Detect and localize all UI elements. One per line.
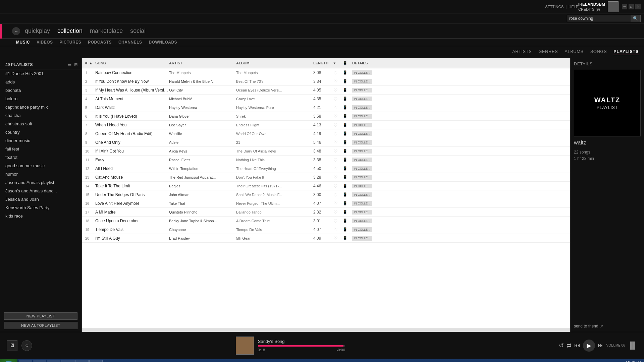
repeat-button[interactable]: ↺ xyxy=(559,342,564,349)
row-favorite[interactable]: ♡ xyxy=(333,236,343,241)
prev-button[interactable]: ⏮ xyxy=(574,342,580,349)
row-favorite[interactable]: ♡ xyxy=(333,183,343,189)
row-mobile[interactable]: 📱 xyxy=(343,114,352,118)
table-row[interactable]: 9 One And Only Adele 21 5:46 ♡ 📱 IN COLL… xyxy=(82,138,570,147)
sidebar-item[interactable]: humor xyxy=(0,170,82,178)
row-action[interactable]: IN COLLE... xyxy=(352,79,382,84)
sidebar-item[interactable]: dinner music xyxy=(0,136,82,145)
table-row[interactable]: 13 Cat And Mouse The Red Jumpsuit Appara… xyxy=(82,173,570,182)
new-autoplaylist-button[interactable]: NEW AUTOPLAYLIST xyxy=(4,322,77,329)
row-mobile[interactable]: 📱 xyxy=(343,131,352,136)
row-favorite[interactable]: ♡ xyxy=(333,175,343,180)
table-row[interactable]: 20 I'm Still A Guy Brad Paisley 5th Gear… xyxy=(82,234,570,243)
row-favorite[interactable]: ♡ xyxy=(333,218,343,224)
row-mobile[interactable]: 📱 xyxy=(343,88,352,92)
sidebar-item[interactable]: bolero xyxy=(0,95,82,103)
table-row[interactable]: 18 Once Upon a December Becky Jane Taylo… xyxy=(82,217,570,225)
row-mobile[interactable]: 📱 xyxy=(343,105,352,110)
nav-quickplay[interactable]: quickplay xyxy=(25,27,50,35)
row-mobile[interactable]: 📱 xyxy=(343,158,352,162)
col-header-artist[interactable]: ARTIST xyxy=(169,61,236,65)
row-action[interactable]: IN COLLE... xyxy=(352,166,382,171)
new-playlist-button[interactable]: NEW PLAYLIST xyxy=(4,312,77,320)
row-favorite[interactable]: ♡ xyxy=(333,131,343,136)
taskbar-app-star[interactable]: ★ xyxy=(89,360,103,362)
sidebar-item[interactable]: Jessica and Josh xyxy=(0,195,82,203)
taskbar-app-folder[interactable]: 📁 xyxy=(61,360,74,362)
row-favorite[interactable]: ♡ xyxy=(333,87,343,93)
row-mobile[interactable]: 📱 xyxy=(343,192,352,197)
row-action[interactable]: IN COLLE... xyxy=(352,96,382,101)
row-action[interactable]: IN COLLE... xyxy=(352,201,382,206)
grid-view-icon[interactable]: ⊞ xyxy=(74,62,77,67)
sidebar-item[interactable]: captindance party mix xyxy=(0,103,82,111)
row-mobile[interactable]: 📱 xyxy=(343,236,352,240)
row-mobile[interactable]: 📱 xyxy=(343,149,352,153)
subnav-channels[interactable]: CHANNELS xyxy=(118,40,142,45)
horizontal-scrollbar[interactable] xyxy=(82,328,570,332)
section-songs[interactable]: SONGS xyxy=(590,49,607,55)
section-albums[interactable]: ALBUMS xyxy=(565,49,583,55)
play-button[interactable]: ▶ xyxy=(583,340,595,352)
row-action[interactable]: IN COLLE... xyxy=(352,157,382,162)
help-link[interactable]: HELP xyxy=(569,5,578,9)
table-row[interactable]: 19 Tiempo De Vals Chayanne Tiempo De Val… xyxy=(82,225,570,234)
row-mobile[interactable]: 📱 xyxy=(343,175,352,179)
sidebar-item[interactable]: Kensworth Sales Party xyxy=(0,203,82,212)
row-action[interactable]: IN COLLE... xyxy=(352,114,382,119)
sidebar-item[interactable]: adds xyxy=(0,78,82,86)
table-row[interactable]: 2 If You Don't Know Me By Now Harold Mel… xyxy=(82,77,570,86)
taskbar-app-ie[interactable]: 🌐 xyxy=(75,360,89,362)
minimize-button[interactable]: ─ xyxy=(622,4,627,9)
sidebar-item[interactable]: cha cha xyxy=(0,111,82,120)
progress-bar[interactable] xyxy=(258,345,345,347)
table-row[interactable]: 16 Love Ain't Here Anymore Take That Nev… xyxy=(82,199,570,208)
sidebar-item[interactable]: bachata xyxy=(0,86,82,95)
sidebar-item[interactable]: country xyxy=(0,128,82,136)
row-favorite[interactable]: ♡ xyxy=(333,105,343,110)
row-mobile[interactable]: 📱 xyxy=(343,70,352,75)
row-action[interactable]: IN COLLE... xyxy=(352,175,382,180)
settings-link[interactable]: SETTINGS xyxy=(545,5,564,9)
subnav-videos[interactable]: VIDEOS xyxy=(37,40,53,45)
section-artists[interactable]: ARTISTS xyxy=(512,49,532,55)
next-button[interactable]: ⏭ xyxy=(598,342,604,349)
sidebar-item[interactable]: fall fest xyxy=(0,145,82,153)
close-button[interactable]: ✕ xyxy=(635,4,641,9)
table-row[interactable]: 4 At This Moment Michael Bublé Crazy Lov… xyxy=(82,95,570,103)
subnav-pictures[interactable]: PICTURES xyxy=(60,40,82,45)
player-disc-icon[interactable]: ○ xyxy=(21,340,32,351)
row-mobile[interactable]: 📱 xyxy=(343,227,352,232)
row-action[interactable]: IN COLLE... xyxy=(352,192,382,197)
section-playlists[interactable]: PLAYLISTS xyxy=(613,49,639,55)
table-row[interactable]: 14 Take It To The Limit Eagles Their Gre… xyxy=(82,182,570,190)
table-row[interactable]: 8 Queen Of My Heart (Radio Edit) Westlif… xyxy=(82,129,570,138)
row-mobile[interactable]: 📱 xyxy=(343,140,352,144)
subnav-podcasts[interactable]: PODCASTS xyxy=(88,40,112,45)
row-favorite[interactable]: ♡ xyxy=(333,114,343,119)
row-mobile[interactable]: 📱 xyxy=(343,166,352,171)
table-row[interactable]: 17 A Mi Madre Quinteto Pirincho Bailando… xyxy=(82,208,570,217)
row-favorite[interactable]: ♡ xyxy=(333,209,343,215)
row-favorite[interactable]: ♡ xyxy=(333,96,343,102)
row-mobile[interactable]: 📱 xyxy=(343,219,352,223)
table-row[interactable]: 10 If I Ain't Got You Alicia Keys The Di… xyxy=(82,147,570,156)
col-header-length[interactable]: LENGTH xyxy=(313,61,333,65)
equalizer-icon[interactable]: ▐▌ xyxy=(628,342,637,349)
row-favorite[interactable]: ♡ xyxy=(333,192,343,197)
taskbar-app-windows[interactable]: ⊞ xyxy=(19,360,32,362)
nav-marketplace[interactable]: marketplace xyxy=(90,27,123,35)
col-header-song[interactable]: SONG xyxy=(95,61,169,65)
table-row[interactable]: 7 When I Need You Leo Sayer Endless Flig… xyxy=(82,121,570,129)
row-action[interactable]: IN COLLE... xyxy=(352,236,382,241)
list-view-icon[interactable]: ☰ xyxy=(68,62,71,67)
row-mobile[interactable]: 📱 xyxy=(343,184,352,188)
sort-icon[interactable]: ▲ xyxy=(89,61,93,65)
row-favorite[interactable]: ♡ xyxy=(333,70,343,75)
table-row[interactable]: 6 It Is You (I Have Loved) Dana Glover S… xyxy=(82,112,570,121)
row-mobile[interactable]: 📱 xyxy=(343,210,352,214)
row-favorite[interactable]: ♡ xyxy=(333,148,343,154)
row-action[interactable]: IN COLLE... xyxy=(352,218,382,223)
row-mobile[interactable]: 📱 xyxy=(343,79,352,83)
row-mobile[interactable]: 📱 xyxy=(343,201,352,205)
